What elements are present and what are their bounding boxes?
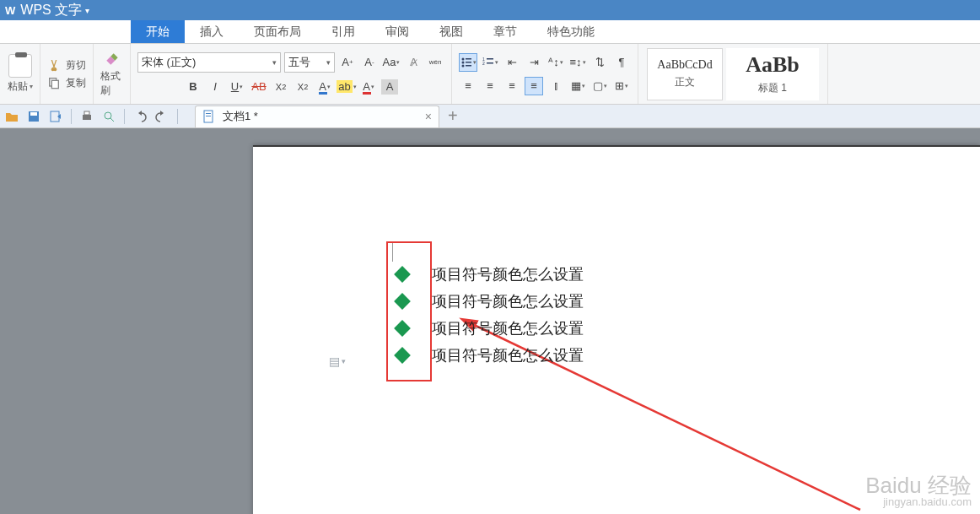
svg-text:2: 2 bbox=[482, 61, 485, 66]
svg-rect-13 bbox=[30, 112, 37, 116]
shrink-font-button[interactable]: A- bbox=[360, 53, 379, 72]
styles-group: AaBbCcDd 正文 AaBb 标题 1 bbox=[638, 44, 828, 104]
tab-page-layout[interactable]: 页面布局 bbox=[239, 20, 316, 43]
print-preview-button[interactable] bbox=[102, 110, 116, 123]
svg-rect-16 bbox=[84, 111, 89, 115]
tab-features[interactable]: 特色功能 bbox=[532, 20, 610, 43]
decrease-indent-button[interactable]: ⇤ bbox=[503, 53, 521, 72]
font-name-combo[interactable]: 宋体 (正文)▾ bbox=[137, 52, 281, 73]
align-right-button[interactable]: ≡ bbox=[503, 77, 521, 95]
show-marks-button[interactable]: ¶ bbox=[612, 53, 631, 72]
svg-rect-19 bbox=[206, 113, 211, 114]
tab-review[interactable]: 审阅 bbox=[370, 20, 424, 43]
page-content: 项目符号颜色怎么设置 项目符号颜色怎么设置 项目符号颜色怎么设置 项目符号颜色怎… bbox=[396, 261, 584, 369]
subscript-button[interactable]: X2 bbox=[293, 78, 312, 96]
tab-references[interactable]: 引用 bbox=[316, 20, 370, 43]
bold-button[interactable]: B bbox=[184, 78, 202, 96]
undo-button[interactable] bbox=[133, 110, 147, 123]
workspace: ▤ ▾ 项目符号颜色怎么设置 项目符号颜色怎么设置 项目符号颜色怎么设置 项目符… bbox=[0, 128, 980, 514]
paste-icon bbox=[8, 54, 32, 78]
tab-view[interactable]: 视图 bbox=[424, 20, 478, 43]
copy-button[interactable]: 复制 bbox=[47, 76, 86, 90]
paste-group[interactable]: 粘贴▾ bbox=[0, 44, 40, 104]
line-spacing-button[interactable]: ≡↕▾ bbox=[568, 53, 587, 72]
cut-button[interactable]: 剪切 bbox=[47, 58, 86, 73]
align-left-button[interactable]: ≡ bbox=[459, 77, 477, 95]
bullets-icon bbox=[460, 57, 472, 68]
font-color-button[interactable]: A▾ bbox=[359, 78, 378, 96]
brush-icon bbox=[104, 51, 121, 68]
doc-tab-active[interactable]: 文档1 * × bbox=[195, 106, 439, 127]
change-case-button[interactable]: Aa▾ bbox=[382, 53, 401, 72]
print-button[interactable] bbox=[80, 110, 94, 123]
list-item[interactable]: 项目符号颜色怎么设置 bbox=[396, 261, 584, 288]
font-group: 宋体 (正文)▾ 五号▾ A+ A- Aa▾ A̷ wén B I U▾ AB … bbox=[131, 44, 452, 104]
bullet-icon bbox=[394, 347, 411, 364]
distribute-button[interactable]: ⫿ bbox=[547, 77, 565, 95]
close-icon[interactable]: × bbox=[425, 110, 432, 123]
text-effects-button[interactable]: A▾ bbox=[315, 78, 334, 96]
clear-format-button[interactable]: A̷ bbox=[404, 53, 423, 72]
highlight-button[interactable]: ab▾ bbox=[337, 78, 356, 96]
text-direction-button[interactable]: ᴬ↕▾ bbox=[547, 53, 565, 72]
svg-rect-20 bbox=[206, 116, 211, 116]
document-tabs: 文档1 * × + bbox=[195, 105, 458, 127]
tab-start[interactable]: 开始 bbox=[131, 20, 185, 43]
italic-button[interactable]: I bbox=[206, 78, 224, 96]
svg-rect-7 bbox=[466, 65, 471, 67]
list-item[interactable]: 项目符号颜色怎么设置 bbox=[396, 288, 584, 315]
superscript-button[interactable]: X2 bbox=[272, 78, 290, 96]
svg-rect-1 bbox=[51, 80, 58, 88]
svg-point-2 bbox=[461, 57, 464, 60]
style-normal[interactable]: AaBbCcDd 正文 bbox=[647, 48, 723, 100]
font-size-combo[interactable]: 五号▾ bbox=[284, 52, 335, 73]
save-button[interactable] bbox=[27, 110, 40, 123]
app-title-bar: W WPS 文字 ▾ bbox=[0, 0, 980, 20]
svg-point-17 bbox=[105, 112, 111, 119]
tab-chapter[interactable]: 章节 bbox=[478, 20, 532, 43]
style-heading1[interactable]: AaBb 标题 1 bbox=[726, 48, 819, 100]
svg-rect-11 bbox=[487, 62, 493, 64]
svg-rect-9 bbox=[487, 58, 493, 60]
app-name: WPS 文字 bbox=[20, 2, 82, 19]
align-justify-button[interactable]: ≡ bbox=[525, 77, 543, 95]
list-item[interactable]: 项目符号颜色怎么设置 bbox=[396, 342, 584, 369]
strikethrough-button[interactable]: AB bbox=[250, 78, 268, 96]
clipboard-group: 剪切 复制 bbox=[40, 44, 94, 104]
tab-insert[interactable]: 插入 bbox=[185, 20, 239, 43]
ribbon: 粘贴▾ 剪切 复制 格式刷 宋体 (正文)▾ 五号▾ A+ A- Aa▾ A̷ … bbox=[0, 44, 980, 105]
paste-label: 粘贴 bbox=[8, 79, 28, 94]
shading-button[interactable]: ▦▾ bbox=[568, 77, 587, 95]
grow-font-button[interactable]: A+ bbox=[338, 53, 357, 72]
export-button[interactable] bbox=[49, 110, 62, 123]
numbering-icon: 12 bbox=[482, 57, 494, 68]
numbering-button[interactable]: 12▾ bbox=[481, 53, 499, 72]
chevron-down-icon: ▾ bbox=[30, 83, 33, 90]
svg-rect-3 bbox=[466, 58, 471, 60]
app-logo-text: W bbox=[5, 4, 15, 17]
app-dropdown-icon[interactable]: ▾ bbox=[85, 6, 89, 15]
svg-rect-15 bbox=[83, 115, 91, 120]
doc-icon bbox=[202, 110, 216, 123]
quick-access-bar: 文档1 * × + bbox=[0, 105, 980, 128]
bullets-button[interactable]: ▾ bbox=[459, 53, 477, 72]
align-center-button[interactable]: ≡ bbox=[481, 77, 499, 95]
format-painter-label: 格式刷 bbox=[100, 69, 123, 98]
add-tab-button[interactable]: + bbox=[448, 106, 458, 126]
format-painter-group[interactable]: 格式刷 bbox=[94, 44, 131, 104]
open-button[interactable] bbox=[5, 110, 19, 123]
tabs-button[interactable]: ⊞▾ bbox=[612, 77, 631, 95]
sort-button[interactable]: ⇅ bbox=[590, 53, 609, 72]
page-annotation-icon[interactable]: ▤ ▾ bbox=[329, 354, 346, 368]
doc-tab-title: 文档1 * bbox=[223, 109, 258, 124]
phonetic-guide-button[interactable]: wén bbox=[426, 53, 444, 72]
document-page[interactable]: ▤ ▾ 项目符号颜色怎么设置 项目符号颜色怎么设置 项目符号颜色怎么设置 项目符… bbox=[253, 145, 980, 514]
underline-button[interactable]: U▾ bbox=[228, 78, 246, 96]
increase-indent-button[interactable]: ⇥ bbox=[525, 53, 543, 72]
scissors-icon bbox=[47, 58, 61, 72]
list-item[interactable]: 项目符号颜色怎么设置 bbox=[396, 315, 584, 342]
shading-a-button[interactable]: A bbox=[381, 79, 398, 95]
svg-point-4 bbox=[461, 61, 464, 63]
redo-button[interactable] bbox=[155, 110, 169, 123]
borders-button[interactable]: ▢▾ bbox=[590, 77, 609, 95]
